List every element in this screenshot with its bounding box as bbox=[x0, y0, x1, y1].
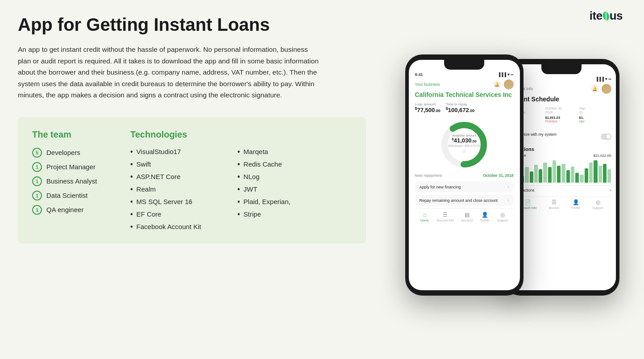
app-header-front: Your business 🔔 bbox=[415, 79, 514, 89]
sync-calendar-row: ynchronize with my systemalendar bbox=[511, 130, 611, 143]
team-role: Business Analyst bbox=[46, 177, 97, 185]
account-info-icon: ☰ bbox=[443, 212, 448, 218]
bar bbox=[548, 167, 552, 183]
phone-front-screen: 9:41 ▐▐▐ ▾ ▪▪ Your business 🔔 bbox=[409, 60, 520, 290]
nav-item-account-info[interactable]: ☰ Account Info bbox=[436, 212, 454, 222]
tech-list-1: VisualStudio17 Swift ASP.NET Core Realm … bbox=[130, 148, 229, 231]
team-badge: 1 bbox=[32, 191, 42, 200]
team-role: Developers bbox=[46, 149, 80, 156]
list-item: Redis Cache bbox=[237, 160, 327, 168]
list-item: 1 Project Manager bbox=[32, 162, 130, 172]
profile-icon: 👤 bbox=[482, 212, 488, 218]
loan-amount-label: Loan amount bbox=[415, 102, 440, 106]
loan-amount-item: Loan amount $77,500.00 bbox=[415, 102, 440, 113]
team-title: The team bbox=[32, 129, 130, 140]
notification-icon-front: 🔔 bbox=[493, 80, 501, 88]
bar bbox=[530, 171, 533, 183]
bar bbox=[607, 169, 611, 183]
back-app-header: account info 🔔 bbox=[511, 84, 611, 94]
bar bbox=[566, 170, 570, 183]
apply-financing-btn[interactable]: Apply for new financing › bbox=[415, 181, 514, 192]
bar bbox=[580, 175, 583, 183]
sync-toggle[interactable] bbox=[601, 134, 611, 140]
bar bbox=[594, 160, 597, 183]
nav-item-home[interactable]: ⌂ Home bbox=[420, 212, 429, 222]
nav-item-support[interactable]: ◎ Support bbox=[497, 212, 508, 222]
tech-list-2: Marqeta Redis Cache NLog JWT Plaid, Expe… bbox=[237, 148, 327, 231]
support-nav-icon: ◎ bbox=[596, 199, 600, 205]
donut-chart-container: Available amount $41,030.00 Withdrawn: $… bbox=[415, 118, 514, 171]
nav-item-profile[interactable]: 👤 Profile bbox=[571, 199, 580, 209]
list-item: VisualStudio17 bbox=[130, 148, 229, 156]
nav-item-account[interactable]: ☰ Accoun bbox=[548, 199, 559, 209]
tech-title: Technologies bbox=[130, 129, 352, 140]
bar bbox=[534, 165, 538, 183]
bar bbox=[539, 169, 542, 183]
status-bar-front: 9:41 ▐▐▐ ▾ ▪▪ bbox=[415, 72, 514, 77]
transactions-title: nsactions bbox=[511, 146, 611, 152]
tech-column: Technologies VisualStudio17 Swift ASP.NE… bbox=[130, 129, 352, 231]
phone-front-notch bbox=[444, 60, 484, 70]
list-item: 1 QA engineer bbox=[32, 205, 130, 215]
phone-front: 9:41 ▐▐▐ ▾ ▪▪ Your business 🔔 bbox=[405, 54, 524, 296]
phones-section: ▐▐▐ ▾ ▪▪ account info 🔔 yment Schedule bbox=[384, 14, 623, 345]
status-bar-back: ▐▐▐ ▾ ▪▪ bbox=[511, 77, 611, 81]
bar bbox=[553, 160, 556, 183]
withdrawn-label: Withdrawn: $36,470.00 bbox=[448, 144, 480, 147]
list-item: Swift bbox=[130, 160, 229, 168]
nav-label-support: Support bbox=[497, 219, 508, 222]
nav-label: Support bbox=[592, 206, 603, 209]
info-section: The team 5 Developers 1 Project Manager … bbox=[18, 117, 366, 243]
nav-item-account[interactable]: ▤ Account bbox=[461, 212, 473, 222]
phones-container: ▐▐▐ ▾ ▪▪ account info 🔔 yment Schedule bbox=[387, 46, 619, 313]
bottom-nav-back: 📄 Account Info ☰ Accoun 👤 Profile bbox=[511, 196, 611, 210]
next-repayment: Next repayment October 31, 2018 bbox=[415, 173, 514, 178]
list-item: MS SQL Server 16 bbox=[130, 198, 229, 206]
repay-close-btn[interactable]: Repay remaining amount and close account… bbox=[415, 195, 514, 206]
left-content: App for Getting Instant Loans An app to … bbox=[18, 14, 384, 345]
team-badge: 5 bbox=[32, 148, 42, 158]
list-item: Stripe bbox=[237, 210, 327, 218]
total-repay-item: Total to repay $100,672.00 bbox=[446, 102, 475, 113]
available-amount: $41,030.00 bbox=[448, 137, 480, 144]
nav-label-home: Home bbox=[420, 219, 429, 222]
nav-label: Accoun bbox=[548, 206, 559, 209]
bar bbox=[557, 166, 561, 183]
bottom-nav-front: ⌂ Home ☰ Account Info ▤ Account bbox=[415, 209, 514, 223]
schedule-table: verdueterest perdays 00.23 Overdue Octob… bbox=[511, 106, 611, 127]
total-repay-value: $100,672.00 bbox=[446, 106, 475, 113]
bar bbox=[603, 164, 607, 183]
team-role: Data Scientist bbox=[46, 192, 88, 199]
nav-label-account-info: Account Info bbox=[436, 219, 454, 222]
list-item: EF Core bbox=[130, 210, 229, 218]
schedule-col-2: October 31,2018 $1,931.23 Overdue bbox=[545, 106, 578, 127]
account-icon: ▤ bbox=[465, 212, 469, 218]
team-badge: 1 bbox=[32, 176, 42, 186]
schedule-col-3: Sep31, $1, Upc bbox=[579, 106, 611, 127]
bar bbox=[525, 167, 528, 183]
list-item: Facebook Account Kit bbox=[130, 223, 229, 231]
donut-label: Available amount $41,030.00 Withdrawn: $… bbox=[448, 134, 480, 155]
home-nav-icon: ⌂ bbox=[423, 212, 426, 218]
all-transactions-link[interactable]: ll transactions › bbox=[511, 185, 611, 195]
description-text: An app to get instant credit without the… bbox=[18, 44, 321, 101]
bar bbox=[543, 163, 547, 183]
payment-schedule-title: yment Schedule bbox=[511, 96, 611, 103]
list-item: Plaid, Experian, bbox=[237, 198, 327, 206]
loan-amounts: Loan amount $77,500.00 Total to repay $1… bbox=[415, 102, 514, 113]
team-badge: 1 bbox=[32, 205, 42, 215]
transactions-bar-chart bbox=[511, 160, 611, 183]
nav-item-profile[interactable]: 👤 Profile bbox=[480, 212, 489, 222]
list-item: JWT bbox=[237, 185, 327, 193]
notification-icon: 🔔 bbox=[591, 85, 599, 93]
support-icon: ◎ bbox=[500, 212, 505, 218]
page-wrapper: iteus App for Getting Instant Loans An a… bbox=[0, 0, 644, 359]
nav-item-support[interactable]: ◎ Support bbox=[592, 199, 603, 209]
available-label: Available amount bbox=[448, 134, 480, 137]
avatar-back bbox=[602, 84, 611, 94]
nav-label-profile: Profile bbox=[480, 219, 489, 222]
page-title: App for Getting Instant Loans bbox=[18, 14, 366, 35]
loan-amount-value: $77,500.00 bbox=[415, 106, 440, 113]
list-item: ASP.NET Core bbox=[130, 173, 229, 181]
next-repayment-label: Next repayment bbox=[415, 173, 442, 178]
